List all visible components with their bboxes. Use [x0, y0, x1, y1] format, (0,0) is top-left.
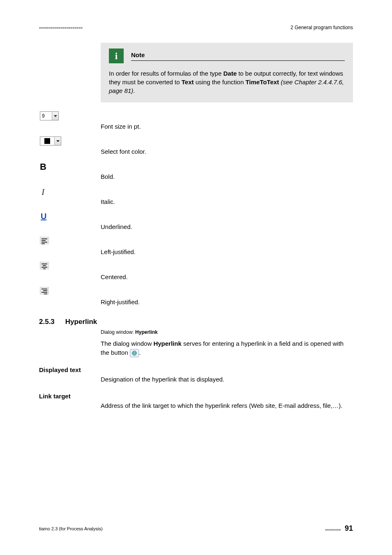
footer-product: tiamo 2.3 (for Process Analysis) [39, 526, 103, 531]
font-size-value: 9 [40, 112, 52, 120]
page-number: 91 [345, 524, 353, 532]
hyperlink-paragraph: The dialog window Hyperlink serves for e… [101, 339, 353, 357]
align-center-icon[interactable] [40, 262, 49, 269]
note-text: In order for results of formulas of the … [109, 70, 223, 77]
align-left-icon[interactable] [40, 237, 49, 244]
font-color-desc: Select font color. [101, 136, 353, 155]
para-text: . [139, 349, 141, 356]
section-title: Hyperlink [65, 318, 97, 326]
align-center-desc: Centered. [101, 261, 353, 280]
dialog-prefix: Dialog window: [101, 329, 135, 335]
align-right-desc: Right-justified. [101, 286, 353, 305]
section-number: 2.5.3 [39, 318, 55, 326]
footer-dashes: ■■■■■■■■ [325, 528, 341, 532]
chevron-down-icon [52, 112, 58, 120]
para-text: The dialog window [101, 340, 153, 347]
dialog-name: Hyperlink [135, 329, 158, 335]
note-bold-text: Text [182, 79, 194, 86]
font-color-dropdown[interactable] [40, 136, 61, 146]
color-swatch-icon [40, 137, 54, 145]
align-left-desc: Left-justified. [101, 236, 353, 255]
page-footer: tiamo 2.3 (for Process Analysis) ■■■■■■■… [39, 524, 353, 533]
displayed-text-label: Displayed text [39, 366, 353, 373]
note-title: Note [131, 51, 145, 58]
italic-icon[interactable]: I [40, 187, 44, 197]
underline-icon[interactable]: U [40, 212, 46, 221]
page-header: ■■■■■■■■■■■■■■■■■■■■■■ 2 General program… [39, 25, 353, 30]
chevron-down-icon [54, 137, 61, 145]
align-right-icon[interactable] [40, 287, 49, 294]
font-size-dropdown[interactable]: 9 [40, 111, 59, 120]
note-bold-timetotext: TimeToText [245, 79, 279, 86]
header-section-title: 2 General program functions [291, 25, 353, 30]
note-text: using the function [194, 79, 246, 86]
link-target-desc: Address of the link target to which the … [101, 401, 353, 410]
bold-icon[interactable]: B [40, 162, 46, 172]
hyperlink-button-icon[interactable] [130, 349, 139, 357]
italic-desc: Italic. [101, 186, 353, 205]
note-box: i Note In order for results of formulas … [101, 43, 353, 102]
note-bold-date: Date [223, 70, 237, 77]
para-bold-hyperlink: Hyperlink [153, 340, 181, 347]
note-body: In order for results of formulas of the … [109, 69, 345, 95]
bold-desc: Bold. [101, 161, 353, 180]
underline-desc: Underlined. [101, 211, 353, 230]
header-dashes: ■■■■■■■■■■■■■■■■■■■■■■ [39, 26, 83, 30]
note-text: . [133, 87, 135, 94]
info-icon: i [109, 49, 124, 63]
dialog-window-line: Dialog window: Hyperlink [101, 329, 353, 335]
section-heading: 2.5.3 Hyperlink [39, 318, 353, 326]
displayed-text-desc: Designation of the hyperlink that is dis… [101, 375, 353, 384]
font-size-desc: Font size in pt. [101, 111, 353, 130]
link-target-label: Link target [39, 393, 353, 400]
